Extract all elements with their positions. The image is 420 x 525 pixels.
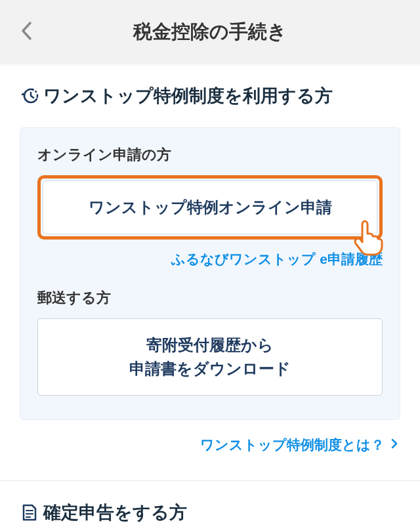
onestop-card: オンライン申請の方 ワンストップ特例オンライン申請 ふるなびワンストップ e申請… [20, 127, 400, 420]
section-onestop-header: ワンストップ特例制度を利用する方 [20, 84, 400, 108]
chevron-left-icon [20, 21, 32, 43]
onestop-online-apply-button[interactable]: ワンストップ特例オンライン申請 [43, 180, 377, 234]
app-header: 税金控除の手続き [0, 0, 420, 66]
mail-label: 郵送する方 [37, 288, 383, 308]
section-onestop-title: ワンストップ特例制度を利用する方 [43, 84, 333, 108]
section-kakutei-title: 確定申告をする方 [43, 501, 187, 524]
pointer-hand-icon [348, 218, 387, 257]
clock-back-icon [20, 86, 39, 106]
download-button-line1: 寄附受付履歴から [146, 336, 274, 354]
history-link-row: ふるなびワンストップ e申請履歴 [37, 250, 383, 268]
chevron-right-icon [391, 438, 398, 452]
document-icon [20, 503, 39, 522]
about-onestop-link[interactable]: ワンストップ特例制度とは？ [200, 436, 385, 454]
section-divider [0, 480, 420, 481]
highlighted-button-frame: ワンストップ特例オンライン申請 [37, 175, 383, 240]
about-link-row: ワンストップ特例制度とは？ [20, 436, 400, 454]
section-kakutei-header: 確定申告をする方 [20, 501, 400, 524]
download-application-button[interactable]: 寄附受付履歴から 申請書をダウンロード [37, 318, 383, 396]
download-button-line2: 申請書をダウンロード [129, 360, 291, 377]
back-button[interactable] [13, 19, 39, 45]
page-title: 税金控除の手続き [39, 19, 381, 45]
online-label: オンライン申請の方 [37, 145, 383, 165]
